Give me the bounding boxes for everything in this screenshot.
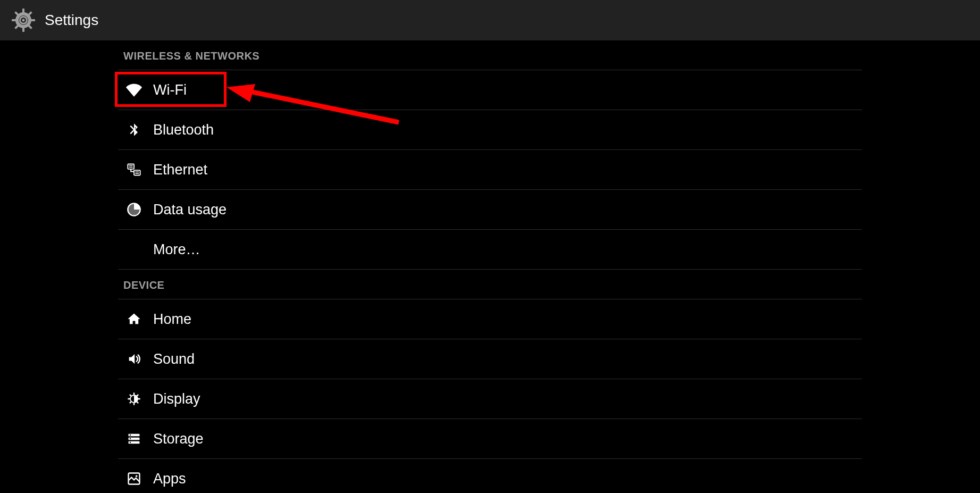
svg-rect-3 bbox=[22, 28, 24, 32]
ethernet-icon bbox=[124, 160, 144, 179]
settings-item-label: More… bbox=[153, 241, 200, 258]
svg-point-27 bbox=[130, 438, 131, 439]
svg-rect-13 bbox=[128, 164, 134, 169]
svg-rect-14 bbox=[134, 170, 140, 175]
data-usage-icon bbox=[124, 200, 144, 219]
settings-item-label: Wi-Fi bbox=[153, 82, 187, 98]
svg-rect-17 bbox=[135, 172, 139, 173]
section-header-device: DEVICE bbox=[118, 270, 862, 299]
section-header-wireless: WIRELESS & NETWORKS bbox=[118, 40, 862, 70]
settings-item-storage[interactable]: Storage bbox=[118, 419, 862, 459]
settings-item-ethernet[interactable]: Ethernet bbox=[118, 150, 862, 190]
settings-item-more[interactable]: More… bbox=[118, 230, 862, 270]
settings-item-label: Home bbox=[153, 311, 191, 328]
svg-rect-2 bbox=[22, 9, 24, 13]
settings-item-data-usage[interactable]: Data usage bbox=[118, 190, 862, 230]
settings-item-sound[interactable]: Sound bbox=[118, 339, 862, 379]
settings-item-apps[interactable]: Apps bbox=[118, 459, 862, 493]
svg-rect-5 bbox=[31, 19, 35, 21]
settings-item-home[interactable]: Home bbox=[118, 299, 862, 339]
settings-item-wifi[interactable]: Wi-Fi bbox=[118, 70, 862, 110]
apps-icon bbox=[124, 469, 144, 488]
bluetooth-icon bbox=[124, 120, 144, 139]
svg-point-12 bbox=[22, 19, 25, 22]
svg-point-28 bbox=[130, 442, 131, 443]
svg-rect-18 bbox=[135, 173, 139, 174]
settings-item-label: Storage bbox=[153, 431, 204, 447]
settings-list: WIRELESS & NETWORKS Wi-Fi Bluetooth bbox=[118, 40, 862, 493]
sound-icon bbox=[124, 349, 144, 369]
svg-rect-16 bbox=[129, 167, 133, 168]
settings-item-bluetooth[interactable]: Bluetooth bbox=[118, 110, 862, 150]
app-title: Settings bbox=[45, 12, 98, 29]
wifi-icon bbox=[124, 80, 144, 99]
settings-item-label: Sound bbox=[153, 351, 195, 367]
svg-rect-4 bbox=[12, 19, 16, 21]
settings-gear-icon bbox=[10, 6, 37, 34]
display-icon bbox=[124, 389, 144, 408]
settings-item-display[interactable]: Display bbox=[118, 379, 862, 419]
storage-icon bbox=[124, 429, 144, 448]
svg-point-26 bbox=[130, 434, 131, 436]
settings-item-label: Apps bbox=[153, 471, 186, 487]
app-header: Settings bbox=[0, 0, 980, 40]
home-icon bbox=[124, 310, 144, 329]
svg-point-30 bbox=[136, 475, 137, 478]
settings-item-label: Display bbox=[153, 391, 200, 407]
svg-rect-15 bbox=[129, 165, 133, 166]
settings-item-label: Bluetooth bbox=[153, 122, 214, 138]
settings-item-label: Data usage bbox=[153, 202, 227, 218]
settings-item-label: Ethernet bbox=[153, 162, 207, 178]
